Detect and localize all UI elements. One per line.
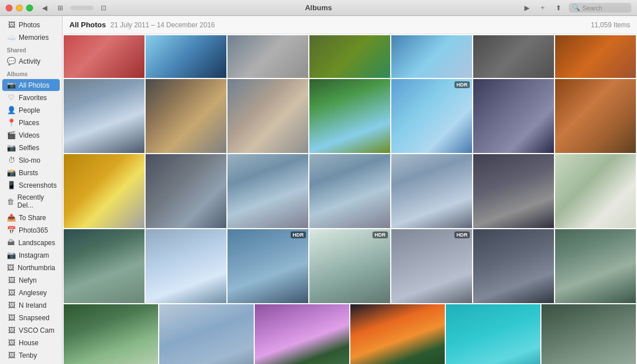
favorites-icon: ♡ [7, 93, 16, 102]
photo-cell[interactable] [555, 154, 636, 228]
sidebar-item-screenshots[interactable]: 📱 Screenshots [2, 179, 60, 191]
sidebar-item-photos[interactable]: 🖼 Photos [2, 19, 60, 31]
sidebar-item-vsco-cam[interactable]: 🖼 VSCO Cam [2, 324, 60, 336]
photo-cell[interactable] [228, 79, 308, 153]
maximize-button[interactable] [26, 5, 33, 11]
albums-section-label: Albums [0, 68, 62, 78]
photo-cell[interactable] [309, 154, 390, 228]
photo-cell[interactable] [391, 154, 472, 228]
photo-cell[interactable] [228, 154, 308, 228]
bursts-icon: 📸 [7, 168, 16, 177]
share-button[interactable]: ⬆ [553, 2, 564, 14]
photo-cell[interactable] [473, 229, 554, 303]
photo-cell[interactable]: HDR [391, 229, 472, 303]
photo-cell[interactable] [255, 304, 349, 364]
photo-cell[interactable] [146, 35, 226, 78]
to-share-icon: 📤 [7, 213, 16, 222]
photo-cell[interactable]: HDR [228, 229, 308, 303]
photo-cell[interactable] [309, 79, 390, 153]
sidebar-item-selfies[interactable]: 📷 Selfies [2, 142, 60, 154]
people-icon: 👤 [7, 106, 16, 114]
sidebar-item-n-ireland[interactable]: 🖼 N Ireland [2, 299, 60, 311]
titlebar: ◀ ⊞ ⊡ Albums ▶ ＋ ⬆ 🔍 [0, 0, 637, 16]
sidebar-item-instagram[interactable]: 📷 Instagram [2, 249, 60, 261]
sidebar-item-recently-deleted[interactable]: 🗑 Recently Del... [2, 192, 60, 211]
sidebar-item-tenby[interactable]: 🖼 Tenby [2, 349, 60, 361]
photo365-icon: 📅 [7, 226, 16, 234]
tenby-icon: 🖼 [7, 351, 16, 359]
content-area: All Photos 21 July 2011 – 14 December 20… [63, 16, 637, 364]
photo-cell[interactable] [473, 35, 554, 78]
photo-cell[interactable] [64, 154, 144, 228]
divider [71, 6, 93, 10]
photo-cell[interactable] [541, 304, 636, 364]
photo-cell[interactable] [391, 35, 472, 78]
sidebar-item-snapseed[interactable]: 🖼 Snapseed [2, 312, 60, 324]
sidebar-item-photo365[interactable]: 📅 Photo365 [2, 224, 60, 236]
places-icon: 📍 [7, 118, 16, 127]
close-button[interactable] [6, 5, 13, 11]
photo-cell[interactable] [309, 35, 390, 78]
shared-section-label: Shared [0, 44, 62, 55]
anglesey-icon: 🖼 [7, 288, 16, 297]
search-icon: 🔍 [572, 4, 580, 11]
photo-row-4 [64, 304, 636, 364]
sidebar-item-to-share[interactable]: 📤 To Share [2, 212, 60, 224]
photo-cell[interactable] [146, 79, 226, 153]
photo-row-2 [64, 154, 636, 228]
photo-cell[interactable] [146, 229, 226, 303]
window-controls[interactable] [6, 5, 33, 11]
photo-cell[interactable] [228, 35, 308, 78]
photo-cell[interactable] [64, 304, 158, 364]
view-toggle[interactable]: ⊞ [55, 2, 66, 14]
photo-cell[interactable] [64, 35, 144, 78]
window-title: Albums [305, 3, 332, 12]
photo-cell[interactable] [446, 304, 540, 364]
sidebar-item-landscapes[interactable]: 🏔 Landscapes [2, 237, 60, 249]
layout-button[interactable]: ⊡ [98, 2, 109, 14]
photo-cell[interactable]: HDR [391, 79, 472, 153]
sidebar-item-bursts[interactable]: 📸 Bursts [2, 167, 60, 179]
sidebar-item-favorites[interactable]: ♡ Favorites [2, 92, 60, 104]
sidebar-item-videos[interactable]: 🎬 Videos [2, 129, 60, 141]
recently-deleted-icon: 🗑 [7, 197, 15, 206]
photo-cell[interactable] [473, 154, 554, 228]
vsco-cam-icon: 🖼 [7, 326, 16, 334]
search-input[interactable] [582, 5, 628, 11]
house-icon: 🖼 [7, 338, 16, 347]
photo-cell[interactable] [350, 304, 445, 364]
sidebar-item-nefyn[interactable]: 🖼 Nefyn [2, 274, 60, 286]
instagram-icon: 📷 [7, 251, 16, 259]
minimize-button[interactable] [16, 5, 23, 11]
sidebar-item-slo-mo[interactable]: ⏱ Slo-mo [2, 154, 60, 166]
photo-cell[interactable] [555, 79, 636, 153]
photo-cell[interactable] [64, 229, 144, 303]
photo-cell[interactable] [64, 79, 144, 153]
sidebar-item-places[interactable]: 📍 Places [2, 117, 60, 129]
landscapes-icon: 🏔 [7, 238, 15, 247]
back-button[interactable]: ◀ [39, 2, 50, 14]
photo-cell[interactable] [555, 35, 636, 78]
sidebar-item-holiday[interactable]: 🖼 Holiday [2, 362, 60, 364]
search-box[interactable]: 🔍 [569, 3, 631, 13]
sidebar-item-anglesey[interactable]: 🖼 Anglesey [2, 287, 60, 299]
photo-cell[interactable]: HDR [309, 229, 390, 303]
hdr-badge: HDR [454, 231, 470, 238]
photo-row-3: HDR HDR HDR [64, 229, 636, 303]
app-body: 🖼 Photos ☁️ Memories Shared 💬 Activity A… [0, 16, 637, 364]
sidebar-item-memories[interactable]: ☁️ Memories [2, 31, 60, 43]
add-button[interactable]: ＋ [537, 2, 548, 14]
photo-cell[interactable] [555, 229, 636, 303]
sidebar-item-house[interactable]: 🖼 House [2, 337, 60, 349]
photo-cell[interactable] [146, 154, 226, 228]
sidebar-item-activity[interactable]: 💬 Activity [2, 55, 60, 67]
sidebar-item-northumbria[interactable]: 🖼 Northumbria [2, 262, 60, 274]
content-count: 11,059 Items [591, 21, 630, 29]
play-button[interactable]: ▶ [521, 2, 532, 14]
hdr-badge: HDR [373, 231, 388, 238]
photo-cell[interactable] [473, 79, 554, 153]
photo-cell[interactable] [159, 304, 254, 364]
sidebar-item-all-photos[interactable]: 📷 All Photos [2, 79, 60, 91]
photo-grid: HDR [63, 34, 637, 364]
sidebar-item-people[interactable]: 👤 People [2, 104, 60, 116]
